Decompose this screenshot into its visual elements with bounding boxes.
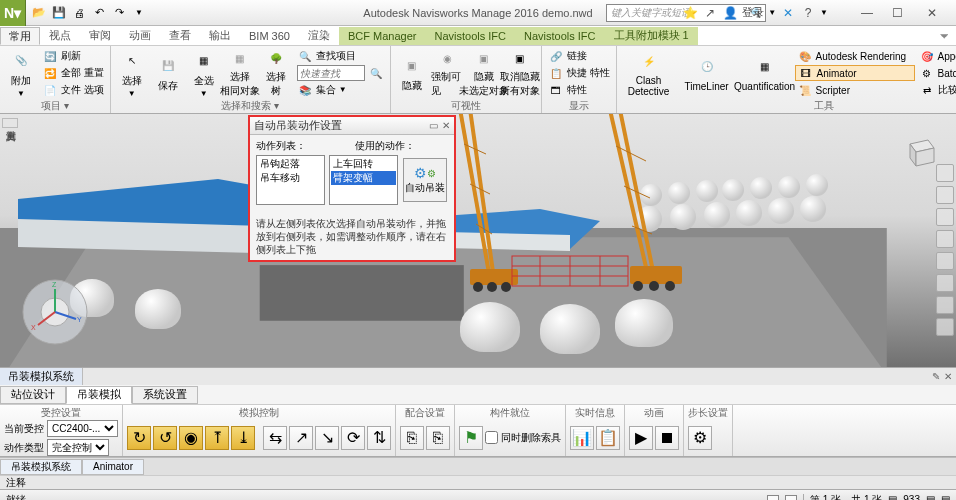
- exchange-icon[interactable]: ✕: [780, 5, 796, 21]
- realtime-btn-2[interactable]: 📋: [596, 426, 620, 450]
- hide-unselected-button[interactable]: ▣隐藏 未选定对象: [467, 48, 501, 98]
- sim-btn-6[interactable]: ⇆: [263, 426, 287, 450]
- nav-tool-2[interactable]: [936, 186, 954, 204]
- batch-utility-button[interactable]: ⚙Batch Utility: [917, 65, 956, 81]
- tab-station-design[interactable]: 站位设计: [0, 386, 66, 404]
- select-all-button[interactable]: ▦全选▼: [187, 48, 221, 98]
- nav-tool-7[interactable]: [936, 296, 954, 314]
- ribbon-tab-navistools-ifc-2[interactable]: Navistools IFC: [515, 27, 605, 45]
- hide-button[interactable]: ▣隐藏: [395, 48, 429, 98]
- sim-btn-9[interactable]: ⟳: [341, 426, 365, 450]
- help-icon[interactable]: ?: [800, 5, 816, 21]
- dock-tab-animator[interactable]: Animator: [82, 459, 144, 475]
- qat-print-icon[interactable]: 🖨: [70, 4, 88, 22]
- tab-system-settings[interactable]: 系统设置: [132, 386, 198, 404]
- sim-btn-7[interactable]: ↗: [289, 426, 313, 450]
- qat-open-icon[interactable]: 📂: [30, 4, 48, 22]
- user-icon[interactable]: 👤: [722, 5, 738, 21]
- animator-button[interactable]: 🎞Animator: [795, 65, 915, 81]
- status-indicator-2[interactable]: [785, 495, 797, 501]
- sim-btn-3[interactable]: ◉: [179, 426, 203, 450]
- compare-button[interactable]: ⇄比较: [917, 82, 956, 98]
- quick-find-input[interactable]: 🔍: [295, 65, 386, 81]
- minimize-button[interactable]: —: [852, 3, 882, 23]
- comments-panel-header[interactable]: 注释: [0, 475, 956, 489]
- file-options-button[interactable]: 📄文件 选项: [40, 82, 106, 98]
- anim-btn-1[interactable]: ▶: [629, 426, 653, 450]
- ribbon-tab-view[interactable]: 查看: [160, 27, 200, 45]
- ribbon-tab-review[interactable]: 审阅: [80, 27, 120, 45]
- viewport-3d[interactable]: 测量真: [0, 114, 956, 367]
- unhide-all-button[interactable]: ▣取消隐藏 所有对象: [503, 48, 537, 98]
- auto-hoist-button[interactable]: ⚙⚙ 自动吊装: [403, 158, 447, 202]
- viewcube[interactable]: [900, 132, 940, 172]
- ribbon-tab-home[interactable]: 常用: [0, 27, 40, 45]
- find-items-button[interactable]: 🔍查找项目: [295, 48, 386, 64]
- ribbon-tab-viewpoint[interactable]: 视点: [40, 27, 80, 45]
- sim-btn-1[interactable]: ↻: [127, 426, 151, 450]
- maximize-button[interactable]: ☐: [882, 3, 912, 23]
- dialog-maximize-icon[interactable]: ▭: [429, 120, 438, 131]
- status-icon-disk[interactable]: ▤: [941, 494, 950, 500]
- sim-btn-5[interactable]: ⤓: [231, 426, 255, 450]
- crane-current-select[interactable]: CC2400-...: [47, 420, 118, 437]
- nav-tool-5[interactable]: [936, 252, 954, 270]
- select-button[interactable]: ↖选择▼: [115, 48, 149, 98]
- sim-btn-2[interactable]: ↺: [153, 426, 177, 450]
- reset-all-button[interactable]: 🔁全部 重置: [40, 65, 106, 81]
- list-item-selected[interactable]: 臂架变幅: [331, 171, 396, 185]
- status-indicator-1[interactable]: [767, 495, 779, 501]
- share-icon[interactable]: ↗: [702, 5, 718, 21]
- select-same-button[interactable]: ▦选择 相同对象: [223, 48, 257, 98]
- attach-button[interactable]: 📎附加▼: [4, 48, 38, 98]
- qat-undo-icon[interactable]: ↶: [90, 4, 108, 22]
- config-btn-1[interactable]: ⎘: [400, 426, 424, 450]
- sim-btn-10[interactable]: ⇅: [367, 426, 391, 450]
- config-btn-2[interactable]: ⎘: [426, 426, 450, 450]
- appearance-profiler-button[interactable]: 🎯Appearance Profiler: [917, 48, 956, 64]
- quantification-button[interactable]: ▦Quantification: [737, 48, 793, 98]
- nav-tool-6[interactable]: [936, 274, 954, 292]
- login-dropdown-icon[interactable]: ▼: [768, 9, 776, 17]
- dialog-close-icon[interactable]: ✕: [442, 120, 450, 131]
- nav-tool-3[interactable]: [936, 208, 954, 226]
- nav-tool-4[interactable]: [936, 230, 954, 248]
- ribbon-collapse-icon[interactable]: ⏷: [939, 30, 956, 42]
- bottom-panel-titlebar[interactable]: 吊装模拟系统 ✎ ✕: [0, 367, 956, 385]
- anim-btn-2[interactable]: ⏹: [655, 426, 679, 450]
- help-dropdown-icon[interactable]: ▼: [820, 9, 828, 17]
- app-icon[interactable]: N▾: [0, 0, 26, 26]
- ribbon-tab-bcf[interactable]: BCF Manager: [339, 27, 425, 45]
- status-icon-mem[interactable]: ▤: [926, 494, 935, 500]
- subscription-icon[interactable]: ⭐: [682, 5, 698, 21]
- nav-tool-8[interactable]: [936, 318, 954, 336]
- tab-hoist-sim[interactable]: 吊装模拟: [66, 386, 132, 404]
- timeliner-button[interactable]: 🕒TimeLiner: [679, 48, 735, 98]
- qat-dropdown-icon[interactable]: ▼: [130, 4, 148, 22]
- realtime-btn-1[interactable]: 📊: [570, 426, 594, 450]
- autodesk-rendering-button[interactable]: 🎨Autodesk Rendering: [795, 48, 915, 64]
- ribbon-tab-bim360[interactable]: BIM 360: [240, 27, 299, 45]
- save-selection-button[interactable]: 💾保存: [151, 48, 185, 98]
- clash-detective-button[interactable]: ⚡Clash Detective: [621, 48, 677, 98]
- panel-close-icon[interactable]: ✕: [944, 371, 952, 382]
- ribbon-tab-output[interactable]: 输出: [200, 27, 240, 45]
- step-btn[interactable]: ⚙: [688, 426, 712, 450]
- action-type-select[interactable]: 完全控制: [47, 439, 109, 456]
- sim-btn-4[interactable]: ⤒: [205, 426, 229, 450]
- properties-button[interactable]: 🗔特性: [546, 82, 612, 98]
- list-item[interactable]: 吊钩起落: [258, 157, 323, 171]
- dialog-action-list-left[interactable]: 吊钩起落 吊车移动: [256, 155, 325, 205]
- nav-tool-1[interactable]: [936, 164, 954, 182]
- sets-button[interactable]: 📚集合▼: [295, 82, 386, 98]
- links-button[interactable]: 🔗链接: [546, 48, 612, 64]
- list-item[interactable]: 上车回转: [331, 157, 396, 171]
- navigation-wheel[interactable]: Z Y X: [20, 277, 90, 347]
- login-link[interactable]: 登录: [742, 5, 764, 20]
- panel-options-icon[interactable]: ✎: [932, 371, 940, 382]
- ribbon-tab-animation[interactable]: 动画: [120, 27, 160, 45]
- ribbon-tab-render[interactable]: 渲染: [299, 27, 339, 45]
- selection-tree-button[interactable]: 🌳选择 树: [259, 48, 293, 98]
- close-button[interactable]: ✕: [912, 3, 952, 23]
- ribbon-tab-addin-1[interactable]: 工具附加模块 1: [605, 27, 698, 45]
